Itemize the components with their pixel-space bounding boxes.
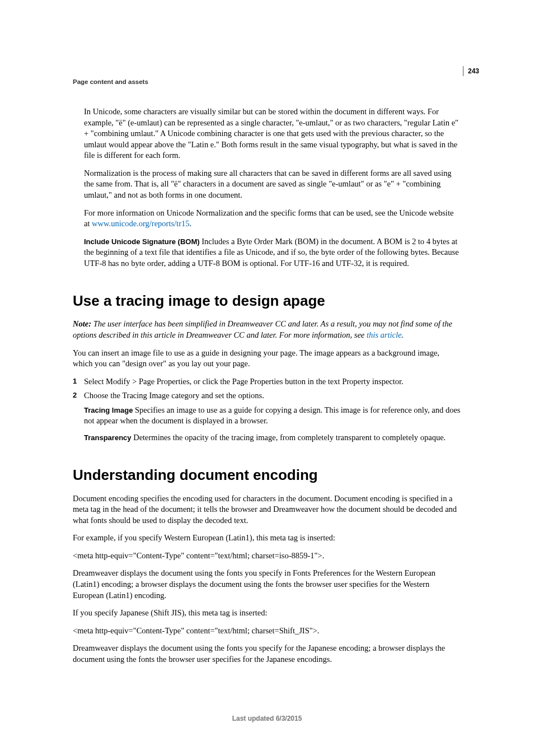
body-paragraph: If you specify Japanese (Shift JIS), thi…	[73, 608, 461, 619]
body-paragraph: Document encoding specifies the encoding…	[73, 493, 461, 526]
definition-text: Determines the opacity of the tracing im…	[132, 433, 446, 442]
code-paragraph: <meta http-equiv="Content-Type" content=…	[73, 550, 461, 562]
list-text: Select Modify > Page Properties, or clic…	[84, 376, 461, 388]
text-run: .	[189, 219, 191, 228]
page-footer: Last updated 6/3/2015	[0, 715, 534, 722]
body-paragraph: You can insert an image file to use as a…	[73, 348, 461, 370]
definition-term: Include Unicode Signature (BOM)	[84, 237, 200, 246]
code-paragraph: <meta http-equiv="Content-Type" content=…	[73, 626, 461, 637]
ordered-list-item: 2 Choose the Tracing Image category and …	[73, 390, 461, 402]
list-number: 1	[73, 376, 84, 388]
external-link[interactable]: www.unicode.org/reports/tr15	[92, 219, 189, 228]
list-number: 2	[73, 390, 84, 402]
list-text: Choose the Tracing Image category and se…	[84, 390, 461, 402]
definition-paragraph: Include Unicode Signature (BOM) Includes…	[84, 236, 461, 269]
section-heading: Use a tracing image to design apage	[73, 291, 461, 311]
body-paragraph: In Unicode, some characters are visually…	[84, 106, 461, 161]
definition-text: Specifies an image to use as a guide for…	[84, 405, 460, 426]
page-number: 243	[463, 66, 479, 76]
section-heading: Understanding document encoding	[73, 465, 461, 485]
note-label: Note:	[73, 319, 93, 328]
page-content: In Unicode, some characters are visually…	[73, 106, 461, 665]
running-head: Page content and assets	[73, 78, 148, 85]
page-container: 243 Page content and assets In Unicode, …	[0, 0, 534, 756]
body-paragraph: Dreamweaver displays the document using …	[73, 568, 461, 601]
note-paragraph: Note: The user interface has been simpli…	[73, 319, 461, 340]
body-paragraph: Dreamweaver displays the document using …	[73, 643, 461, 665]
ordered-list-item: 1 Select Modify > Page Properties, or cl…	[73, 376, 461, 388]
note-text: .	[401, 330, 404, 339]
external-link[interactable]: this article	[367, 330, 401, 339]
body-paragraph: For example, if you specify Western Euro…	[73, 533, 461, 544]
definition-term: Tracing Image	[84, 406, 133, 414]
definition-term: Transparency	[84, 433, 132, 442]
definition-paragraph: Transparency Determines the opacity of t…	[84, 432, 461, 444]
definition-paragraph: Tracing Image Specifies an image to use …	[84, 405, 461, 427]
body-paragraph: For more information on Unicode Normaliz…	[84, 208, 461, 230]
body-paragraph: Normalization is the process of making s…	[84, 168, 461, 201]
intro-block: In Unicode, some characters are visually…	[84, 106, 461, 269]
